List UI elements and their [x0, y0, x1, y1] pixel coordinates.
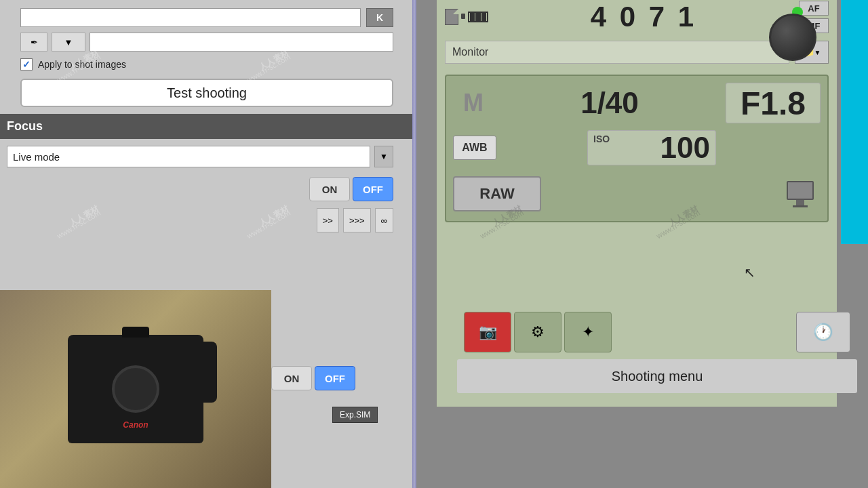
bottom-icon-group: 📷 ⚙ ✦	[464, 312, 612, 352]
shooting-menu-bar: Shooting menu	[457, 359, 857, 393]
cyan-strip	[841, 0, 868, 244]
infinity-icon: ∞	[381, 216, 387, 226]
triple-right-icon: >>>	[349, 216, 365, 226]
iso-label: ISO	[593, 131, 610, 144]
nav-infinity-btn[interactable]: ∞	[375, 208, 393, 232]
settings-area: K ✒ ▼ ✓ Apply to shot images Test shooti…	[0, 0, 414, 114]
battery-bar-3	[481, 12, 486, 22]
dropper-tool-btn[interactable]: ✒	[20, 33, 47, 52]
star-mode-btn[interactable]: ✦	[564, 312, 612, 352]
settings-row-bottom: AWB ISO 100	[453, 130, 821, 165]
camera-preview: Canon	[0, 290, 271, 488]
chevron-down-icon: ▼	[64, 37, 73, 47]
dropdown-tool-btn[interactable]: ▼	[52, 33, 85, 52]
live-mode-input[interactable]: Live mode	[7, 146, 370, 167]
dropdown-arrow: ▼	[814, 49, 821, 56]
battery-area	[445, 9, 488, 25]
clock-button[interactable]: 🕐	[796, 312, 850, 352]
monitor-label: Monitor	[452, 46, 488, 58]
mouse-cursor: ↖	[744, 264, 755, 281]
live-mode-label: Live mode	[13, 151, 60, 163]
monitor-icon-shape	[787, 181, 814, 200]
lcd-screen: 4 0 7 1 AF MF Monitor 📁 ▼ M 1/40 F1.8	[437, 0, 837, 407]
dropper-icon: ✒	[31, 37, 38, 47]
settings-icon: ⚙	[531, 323, 545, 341]
shooting-menu-label: Shooting menu	[612, 369, 703, 384]
battery-icon	[468, 12, 488, 22]
off-button-2[interactable]: OFF	[315, 366, 355, 390]
clock-icon: 🕐	[813, 323, 833, 342]
battery-bar-1	[470, 12, 475, 22]
iso-box: ISO 100	[587, 130, 716, 165]
focus-nav-row: >> >>> ∞	[7, 208, 393, 232]
tool-input-box[interactable]	[90, 33, 393, 52]
monitor-stand-shape	[796, 200, 804, 205]
settings-mode-btn[interactable]: ⚙	[514, 312, 561, 352]
on-button[interactable]: ON	[309, 177, 350, 201]
focus-section-header: Focus	[0, 114, 414, 139]
monitor-base-shape	[793, 205, 808, 207]
battery-tip	[461, 14, 465, 19]
input-k-row: K	[20, 5, 393, 27]
camera-body-shape: Canon	[68, 335, 203, 443]
settings-row-top: M 1/40 F1.8	[453, 83, 821, 123]
computer-icon	[780, 174, 821, 214]
lcd-bottom-toolbar: 📷 ⚙ ✦ 🕐	[457, 312, 857, 352]
aperture-display: F1.8	[741, 85, 806, 122]
settings-row-extra: RAW	[453, 174, 821, 214]
awb-button[interactable]: AWB	[453, 136, 496, 160]
battery-bar-2	[475, 12, 480, 22]
camera-icon: 📷	[479, 323, 497, 341]
af-button[interactable]: AF	[799, 1, 829, 16]
exp-sim-button[interactable]: Exp.SIM	[332, 407, 378, 423]
monitor-input[interactable]: Monitor	[445, 41, 789, 64]
test-shooting-button[interactable]: Test shooting	[20, 79, 393, 107]
shot-count-display: 4 0 7 1	[591, 1, 696, 33]
live-mode-row: Live mode ▼	[7, 146, 393, 167]
camera-brand-logo: Canon	[123, 420, 148, 430]
right-panel: 4 0 7 1 AF MF Monitor 📁 ▼ M 1/40 F1.8	[416, 0, 868, 488]
camera-mode-btn[interactable]: 📷	[464, 312, 511, 352]
focus-title: Focus	[7, 117, 43, 136]
camera-lens-shape	[112, 365, 159, 413]
dial-knob[interactable]	[769, 14, 816, 61]
on-off-row-2: ON OFF	[271, 366, 355, 390]
camera-viewfinder-shape	[122, 327, 149, 338]
mode-display: M	[453, 89, 494, 117]
on-off-row: ON OFF	[7, 177, 393, 201]
camera-grip-shape	[197, 342, 217, 403]
chevron-down-icon-2: ▼	[380, 152, 388, 161]
checkmark-icon: ✓	[22, 59, 31, 70]
focus-body: Live mode ▼ ON OFF >> >>> ∞	[0, 139, 414, 239]
live-mode-dropdown-btn[interactable]: ▼	[374, 146, 393, 167]
k-button[interactable]: K	[366, 8, 393, 27]
off-button[interactable]: OFF	[353, 177, 393, 201]
shutter-speed-display: 1/40	[494, 86, 726, 120]
apply-checkbox-row: ✓ Apply to shot images	[20, 58, 393, 70]
nav-double-left-btn[interactable]: >>	[317, 208, 339, 232]
apply-label: Apply to shot images	[38, 59, 126, 70]
apply-checkbox[interactable]: ✓	[20, 58, 33, 70]
double-left-icon: >>	[323, 216, 333, 226]
camera-settings-grid: M 1/40 F1.8 AWB ISO 100 RAW	[445, 75, 829, 222]
sd-card-icon	[445, 9, 458, 25]
aperture-box: F1.8	[726, 83, 821, 123]
left-panel: K ✒ ▼ ✓ Apply to shot images Test shooti…	[0, 0, 414, 488]
tools-row: ✒ ▼	[20, 33, 393, 52]
on-button-2[interactable]: ON	[271, 366, 312, 390]
camera-image: Canon	[0, 290, 271, 488]
k-input-field[interactable]	[20, 8, 361, 27]
star-icon: ✦	[582, 323, 594, 341]
nav-triple-right-btn[interactable]: >>>	[343, 208, 371, 232]
raw-button[interactable]: RAW	[453, 176, 541, 211]
iso-value-display: 100	[660, 131, 710, 165]
